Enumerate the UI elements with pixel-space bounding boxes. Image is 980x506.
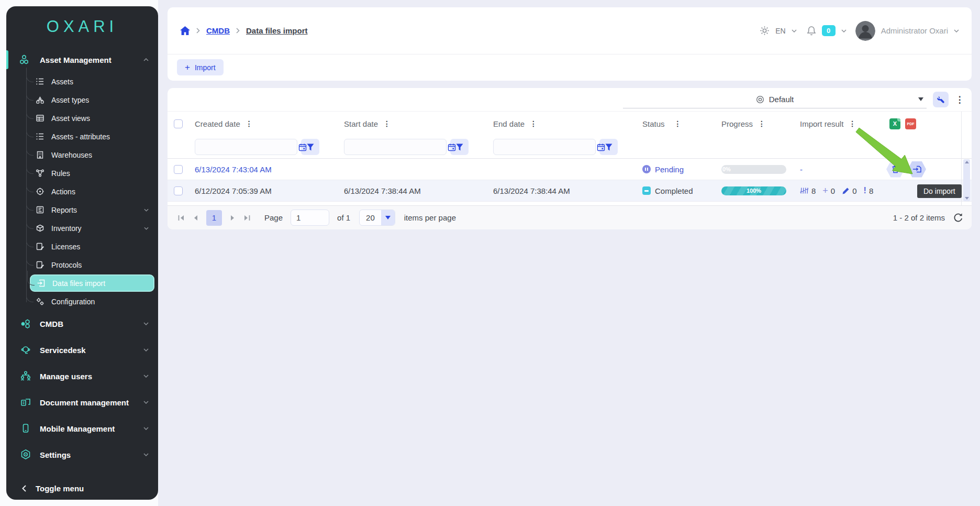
sidebar-section-servicedesk[interactable]: Servicedesk — [6, 337, 158, 363]
box-icon — [36, 224, 44, 233]
user-name[interactable]: Administrator Oxari — [881, 26, 948, 35]
row-checkbox[interactable] — [174, 165, 183, 174]
created-date-cell[interactable]: 6/13/2024 7:43:04 AM — [195, 165, 272, 174]
table-row[interactable]: 6/12/2024 7:05:39 AM 6/13/2024 7:38:44 A… — [168, 180, 972, 202]
grid-menu-kebab[interactable]: ⋮ — [955, 95, 964, 104]
column-menu-kebab[interactable]: ⋮ — [246, 119, 253, 128]
processed-count: 8 — [811, 186, 816, 195]
table-scrollbar[interactable] — [963, 159, 970, 201]
column-menu-kebab[interactable]: ⋮ — [758, 119, 765, 128]
progress-label: 100% — [747, 188, 761, 194]
sidebar-section-document-management[interactable]: Document management — [6, 389, 158, 415]
select-all-checkbox[interactable] — [174, 119, 183, 128]
breadcrumb-cmdb-link[interactable]: CMDB — [206, 26, 230, 35]
column-header-end-date[interactable]: End date — [493, 119, 525, 128]
progress-bar: 0% — [721, 165, 786, 174]
progress-label: 0% — [722, 166, 731, 172]
wrench-icon — [937, 95, 945, 104]
chevron-down-icon — [143, 401, 149, 404]
end-date-filter-input[interactable] — [494, 139, 597, 155]
view-selector[interactable]: Default — [623, 91, 927, 108]
calendar-icon[interactable] — [298, 143, 307, 151]
cmdb-icon — [19, 317, 32, 330]
mobile-icon — [19, 422, 32, 435]
view-selector-value: Default — [769, 95, 794, 104]
end-date-filter — [493, 139, 596, 155]
table-header-row: Created date⋮ Start date⋮ End date⋮ Stat… — [168, 112, 972, 136]
pdf-glyph: PDF — [907, 122, 915, 126]
import-file-icon — [37, 279, 46, 288]
first-page-button[interactable] — [176, 215, 186, 221]
column-header-start-date[interactable]: Start date — [344, 119, 378, 128]
sidebar-section-settings[interactable]: Settings — [6, 442, 158, 468]
column-header-created-date[interactable]: Created date — [195, 119, 240, 128]
column-header-import-result[interactable]: Import result — [800, 119, 843, 128]
scroll-down-arrow-icon[interactable] — [965, 197, 969, 200]
column-menu-kebab[interactable]: ⋮ — [674, 119, 682, 128]
sidebar-section-label: Document management — [40, 398, 129, 407]
created-date-filter-input[interactable] — [195, 139, 298, 155]
flow-icon — [36, 169, 44, 178]
column-menu-kebab[interactable]: ⋮ — [383, 119, 391, 128]
asset-management-icon — [19, 53, 32, 66]
sidebar-item-label: Data files import — [52, 279, 105, 288]
completed-status-icon — [642, 186, 651, 195]
sidebar-item-data-files-import[interactable]: Data files import — [30, 274, 154, 292]
plus-icon: + — [185, 63, 190, 72]
chevron-down-icon — [143, 453, 149, 456]
sidebar-section-label: Manage users — [40, 372, 92, 381]
sidebar-section-label: Asset Management — [40, 56, 112, 64]
home-icon[interactable] — [180, 26, 190, 35]
sidebar-item-configuration[interactable]: Configuration — [6, 292, 158, 311]
delete-row-button[interactable] — [886, 161, 905, 178]
start-date-filter-input[interactable] — [344, 139, 448, 155]
asset-management-submenu: Assets Asset types Asset views Assets - … — [6, 72, 158, 311]
added-count: 0 — [831, 186, 835, 195]
toggle-menu-button[interactable]: Toggle menu — [6, 476, 158, 500]
bell-icon[interactable] — [807, 26, 816, 36]
table-row[interactable]: 6/13/2024 7:43:04 AM Pending 0% - — [168, 159, 972, 180]
table-icon — [36, 114, 44, 123]
do-import-tooltip: Do import — [917, 184, 962, 198]
row-checkbox[interactable] — [174, 186, 183, 195]
chevron-down-icon[interactable] — [792, 29, 797, 32]
chevron-down-icon — [143, 427, 149, 430]
previous-page-button[interactable] — [191, 215, 199, 221]
avatar[interactable] — [855, 21, 875, 41]
current-page-button[interactable]: 1 — [206, 210, 222, 226]
calendar-icon[interactable] — [597, 143, 605, 151]
export-excel-icon[interactable]: X — [889, 118, 900, 129]
sidebar-section-label: CMDB — [40, 320, 63, 328]
sidebar-section-cmdb[interactable]: CMDB — [6, 311, 158, 337]
do-import-icon — [912, 165, 921, 173]
result-modified: 0 — [842, 186, 856, 195]
chevron-down-icon[interactable] — [841, 29, 847, 32]
column-header-progress[interactable]: Progress — [721, 119, 753, 128]
export-pdf-icon[interactable]: PDF — [905, 118, 916, 129]
import-button[interactable]: + Import — [177, 59, 224, 75]
refresh-icon[interactable] — [953, 213, 963, 223]
gear-icon[interactable] — [760, 26, 770, 36]
chevron-down-icon[interactable] — [954, 29, 959, 32]
last-page-button[interactable] — [242, 215, 252, 221]
items-per-page-select[interactable]: 20 — [359, 210, 395, 226]
sidebar-item-label: Assets - attributes — [51, 133, 110, 141]
calendar-icon[interactable] — [448, 143, 456, 151]
sidebar-section-mobile-management[interactable]: Mobile Management — [6, 415, 158, 442]
column-menu-kebab[interactable]: ⋮ — [530, 119, 537, 128]
chevron-down-icon — [143, 322, 149, 325]
end-date-cell: 6/13/2024 7:38:44 AM — [493, 186, 570, 195]
page-header-card: CMDB Data files import EN 0 Administrato… — [168, 7, 972, 81]
scroll-up-arrow-icon[interactable] — [965, 161, 969, 163]
progress-bar: 100% — [721, 186, 786, 195]
column-menu-kebab[interactable]: ⋮ — [849, 119, 856, 128]
sidebar-section-manage-users[interactable]: Manage users — [6, 363, 158, 389]
do-import-button[interactable] — [908, 161, 926, 178]
notification-badge[interactable]: 0 — [822, 25, 836, 36]
column-header-status[interactable]: Status — [642, 119, 665, 128]
page-number-input[interactable] — [291, 210, 329, 226]
grid-settings-button[interactable] — [933, 92, 949, 107]
language-selector[interactable]: EN — [775, 27, 785, 35]
building-icon — [36, 150, 44, 159]
next-page-button[interactable] — [229, 215, 237, 221]
